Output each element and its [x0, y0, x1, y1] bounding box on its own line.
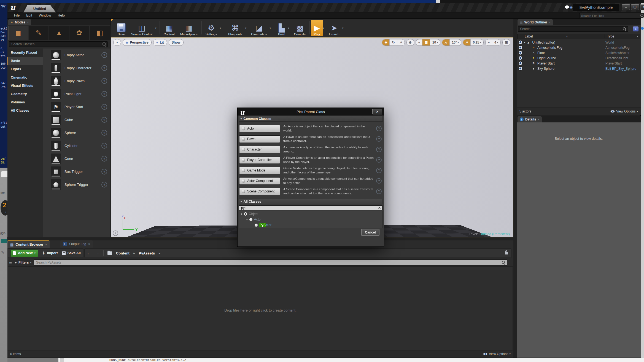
cancel-button[interactable]: Cancel — [361, 229, 379, 236]
add-actor-icon[interactable]: + — [633, 26, 638, 31]
rotation-snap-value[interactable]: 10°▾ — [450, 39, 461, 45]
move-tool-button[interactable]: ✚ — [382, 39, 390, 45]
help-icon[interactable]: ? — [101, 182, 107, 187]
menu-window[interactable]: Window — [39, 14, 51, 17]
help-icon[interactable]: ? — [101, 117, 107, 123]
help-icon[interactable]: ? — [376, 168, 382, 173]
world-outliner-tab[interactable]: ☰ World Outliner — [518, 19, 553, 25]
settings-dropdown[interactable] — [220, 26, 223, 30]
search-classes[interactable] — [9, 41, 108, 47]
play-dropdown[interactable] — [323, 26, 326, 30]
marketplace-button[interactable]: ▥ Marketplace — [177, 20, 200, 36]
dialog-title-bar[interactable]: u Pick Parent Class — [238, 108, 384, 116]
rotation-snap-toggle[interactable]: △ — [442, 39, 449, 45]
forward-button[interactable]: → — [95, 251, 99, 256]
save-all-button[interactable]: Save All — [62, 251, 81, 255]
content-button[interactable]: ▦ Content — [161, 20, 177, 36]
help-icon[interactable]: ? — [376, 147, 382, 152]
foliage-mode-button[interactable]: ✿ — [69, 26, 89, 40]
launch-dropdown[interactable] — [342, 26, 345, 30]
help-icon[interactable]: ? — [101, 65, 107, 71]
settings-button[interactable]: ⚙ Settings — [203, 20, 220, 36]
visibility-eye-icon[interactable] — [518, 61, 522, 65]
tree-node-pyactor[interactable]: PyActor — [239, 222, 382, 228]
column-filter-icon[interactable] — [637, 35, 638, 38]
geometry-mode-button[interactable]: ◧ — [90, 26, 110, 40]
close-button[interactable]: X — [640, 4, 644, 10]
build-dropdown[interactable] — [288, 26, 291, 30]
dialog-close-button[interactable] — [372, 109, 382, 114]
feedback-icon[interactable]: 💬 — [565, 5, 569, 9]
save-button[interactable]: Save — [114, 20, 128, 36]
help-icon[interactable]: ? — [376, 136, 382, 142]
all-classes-header[interactable]: All Classes — [239, 199, 383, 204]
outliner-row-floor[interactable]: ⌂ Floor StaticMeshActor — [517, 50, 640, 55]
output-log-tab[interactable]: >_ Output Log — [60, 240, 93, 248]
visibility-eye-icon[interactable] — [518, 56, 522, 60]
help-icon[interactable]: ? — [376, 157, 382, 163]
minimize-button[interactable]: – — [622, 4, 630, 10]
landscape-mode-button[interactable]: ▲ — [49, 26, 69, 40]
maximize-viewport-button[interactable]: ▣ — [503, 39, 510, 45]
tree-node-object[interactable]: Object — [239, 211, 382, 217]
breadcrumb-pyassets[interactable]: PyAssets — [139, 251, 155, 255]
asset-grid-area[interactable]: Drop files here or right click to create… — [8, 266, 513, 350]
add-new-button[interactable]: Add New ▾ — [10, 250, 38, 257]
build-button[interactable]: ▙ Build — [275, 20, 288, 36]
help-icon[interactable]: ? — [101, 104, 107, 110]
character-class-button[interactable]: Character — [239, 146, 280, 153]
menu-help[interactable]: Help — [58, 14, 65, 17]
scale-snap-toggle[interactable]: ↗ — [463, 39, 471, 45]
help-search[interactable] — [579, 13, 644, 18]
source-control-dropdown[interactable] — [155, 26, 158, 30]
clear-search-icon[interactable] — [378, 206, 381, 210]
help-icon[interactable]: ? — [101, 52, 107, 58]
asset-search[interactable] — [34, 259, 507, 266]
class-search[interactable] — [239, 205, 382, 210]
expander-icon[interactable] — [246, 218, 248, 221]
visibility-eye-icon[interactable] — [518, 66, 522, 71]
expander-icon[interactable] — [241, 213, 242, 215]
help-icon[interactable]: ? — [101, 143, 107, 149]
title-bar[interactable]: u Untitled 💬 ◈ EvilPythonExample – ❐ X — [7, 3, 641, 12]
common-classes-header[interactable]: Common Classes — [239, 116, 383, 122]
content-browser-tab[interactable]: ▦ Content Browser — [7, 240, 50, 248]
asset-search-input[interactable] — [36, 260, 502, 265]
pawn-class-button[interactable]: Pawn — [239, 135, 280, 143]
edit-blueprint-link[interactable]: Edit BP_Sky_Sphere — [605, 67, 636, 71]
place-item-empty-actor[interactable]: Empty Actor ? — [43, 49, 111, 61]
outliner-row-light-source[interactable]: ✦ Light Source DirectionalLight — [517, 55, 640, 61]
category-visual-effects[interactable]: Visual Effects — [7, 82, 43, 90]
scene-component-class-button[interactable]: Scene Component — [239, 188, 280, 195]
breadcrumb-separator-icon[interactable] — [159, 251, 160, 255]
compile-button[interactable]: ▩ Compile — [291, 20, 308, 36]
actor-component-class-button[interactable]: Actor Component — [239, 177, 280, 185]
blueprints-button[interactable]: ⌘ Blueprints — [225, 20, 245, 36]
category-cinematic[interactable]: Cinematic — [7, 73, 43, 82]
help-icon[interactable]: ? — [101, 130, 107, 136]
filters-button[interactable]: Filters ▾ — [14, 261, 31, 264]
blueprints-dropdown[interactable] — [245, 26, 248, 30]
visibility-eye-icon[interactable] — [518, 51, 522, 55]
world-local-toggle[interactable]: ⊕ — [407, 39, 414, 45]
expander-icon[interactable] — [524, 41, 526, 44]
grid-snap-value[interactable]: 10▾ — [430, 39, 440, 45]
cinematics-dropdown[interactable] — [270, 26, 273, 30]
help-icon[interactable]: ? — [101, 169, 107, 175]
close-icon[interactable] — [538, 118, 539, 121]
outliner-row-atmospheric-fog[interactable]: ≈ Atmospheric Fog AtmosphericFog — [517, 45, 640, 50]
outliner-row-player-start[interactable]: ⚑ Player Start PlayerStart — [517, 61, 640, 66]
lock-icon[interactable] — [505, 252, 508, 254]
outliner-search[interactable] — [518, 26, 628, 32]
cinematics-button[interactable]: ◪ Cinematics — [248, 20, 270, 36]
help-icon[interactable]: ? — [376, 189, 382, 194]
lit-button[interactable]: ■ Lit — [153, 39, 167, 46]
sources-panel-toggle-icon[interactable]: ≣ — [9, 261, 12, 265]
placement-mode-button[interactable]: ◼ — [8, 26, 28, 40]
category-lights[interactable]: Lights — [7, 65, 43, 73]
place-item-cone[interactable]: Cone ? — [43, 152, 111, 165]
search-classes-input[interactable] — [11, 42, 103, 46]
close-icon[interactable] — [45, 243, 47, 246]
help-search-input[interactable] — [581, 14, 640, 18]
close-icon[interactable] — [27, 21, 29, 24]
